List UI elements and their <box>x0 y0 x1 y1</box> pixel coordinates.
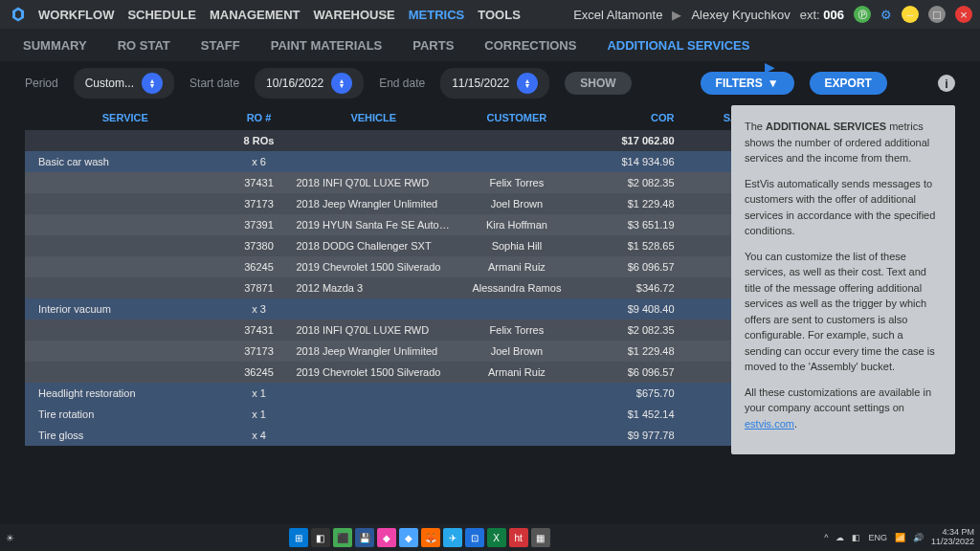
close-icon[interactable]: × <box>955 6 972 23</box>
clock[interactable]: 4:34 PM 11/23/2022 <box>931 528 974 547</box>
col-vehicle[interactable]: VEHICLE <box>292 112 455 123</box>
spinner-icon[interactable]: ▴▾ <box>331 73 352 94</box>
task-icon[interactable]: 🦊 <box>421 528 440 547</box>
taskbar-apps: ⊞ ◧ ⬛ 💾 ◆ ◆ 🦊 ✈ ⊡ X ht ▦ <box>289 528 550 547</box>
start-date-label: Start date <box>189 77 239 90</box>
start-icon[interactable]: ⊞ <box>289 528 308 547</box>
content: ▶ SERVICE RO # VEHICLE CUSTOMER COR SALE… <box>0 105 980 446</box>
ext-label: ext: 006 <box>800 8 844 22</box>
subtab-additional-services[interactable]: ADDITIONAL SERVICES <box>603 31 753 60</box>
task-icon[interactable]: ◧ <box>311 528 330 547</box>
export-button[interactable]: EXPORT <box>810 72 887 95</box>
subtab-corrections[interactable]: CORRECTIONS <box>480 31 580 60</box>
task-icon[interactable]: ▦ <box>531 528 550 547</box>
user-label[interactable]: Alexey Kryuchkov <box>691 8 790 22</box>
location-label[interactable]: Excel Altamonte <box>573 8 662 22</box>
col-ro[interactable]: RO # <box>226 112 293 123</box>
show-button[interactable]: SHOW <box>565 72 631 95</box>
period-select[interactable]: Custom... ▴▾ <box>74 68 174 99</box>
tray-chevron-icon[interactable]: ^ <box>824 533 828 542</box>
nav-tools[interactable]: TOOLS <box>478 8 521 22</box>
spinner-icon[interactable]: ▴▾ <box>142 73 163 94</box>
filters-button[interactable]: FILTERS ▼ <box>701 72 794 95</box>
nav-metrics[interactable]: METRICS <box>409 8 465 22</box>
col-service[interactable]: SERVICE <box>25 112 226 123</box>
task-icon[interactable]: X <box>487 528 506 547</box>
task-icon[interactable]: ✈ <box>443 528 462 547</box>
end-date-label: End date <box>379 77 425 90</box>
tray-item[interactable]: ◧ <box>852 533 860 542</box>
col-cor[interactable]: COR <box>579 112 684 123</box>
taskbar: ☀ ⊞ ◧ ⬛ 💾 ◆ ◆ 🦊 ✈ ⊡ X ht ▦ ^ ☁ ◧ ENG 📶 🔊… <box>0 524 980 551</box>
task-icon[interactable]: ◆ <box>399 528 418 547</box>
period-label: Period <box>25 77 58 90</box>
nav-schedule[interactable]: SCHEDULE <box>127 8 196 22</box>
tray-lang[interactable]: ENG <box>868 533 887 542</box>
nav-workflow[interactable]: WORKFLOW <box>38 8 114 22</box>
help-tooltip: The ADDITIONAL SERVICES metrics shows th… <box>731 105 955 454</box>
app-logo <box>8 4 29 25</box>
status-icon[interactable]: ℗ <box>854 6 871 23</box>
task-icon[interactable]: ◆ <box>377 528 396 547</box>
estvis-link[interactable]: estvis.com <box>745 418 794 430</box>
task-icon[interactable]: ⬛ <box>333 528 352 547</box>
subtab-summary[interactable]: SUMMARY <box>19 31 91 60</box>
spinner-icon[interactable]: ▴▾ <box>517 73 538 94</box>
subtab-staff[interactable]: STAFF <box>197 31 244 60</box>
nav-management[interactable]: MANAGEMENT <box>210 8 301 22</box>
maximize-icon[interactable]: □ <box>928 6 946 23</box>
task-icon[interactable]: ⊡ <box>465 528 484 547</box>
volume-icon[interactable]: 🔊 <box>913 533 924 542</box>
start-date-input[interactable]: 10/16/2022 ▴▾ <box>255 68 364 99</box>
topbar: WORKFLOWSCHEDULEMANAGEMENTWAREHOUSEMETRI… <box>0 0 980 29</box>
info-icon[interactable]: i <box>938 75 955 92</box>
weather-icon[interactable]: ☀ <box>6 533 14 543</box>
col-customer[interactable]: CUSTOMER <box>455 112 579 123</box>
gear-icon[interactable]: ⚙ <box>880 8 892 22</box>
nav-warehouse[interactable]: WAREHOUSE <box>314 8 395 22</box>
minimize-icon[interactable]: – <box>902 6 919 23</box>
tray-cloud-icon[interactable]: ☁ <box>835 533 844 542</box>
subtabs: SUMMARYRO STATSTAFFPAINT MATERIALSPARTSC… <box>0 29 980 61</box>
subtab-paint-materials[interactable]: PAINT MATERIALS <box>267 31 387 60</box>
wifi-icon[interactable]: 📶 <box>895 533 905 542</box>
system-tray[interactable]: ^ ☁ ◧ ENG 📶 🔊 4:34 PM 11/23/2022 <box>824 528 974 547</box>
end-date-input[interactable]: 11/15/2022 ▴▾ <box>440 68 549 99</box>
subtab-parts[interactable]: PARTS <box>409 31 457 60</box>
main-nav: WORKFLOWSCHEDULEMANAGEMENTWAREHOUSEMETRI… <box>38 8 521 22</box>
task-icon[interactable]: ht <box>509 528 528 547</box>
subtab-ro-stat[interactable]: RO STAT <box>114 31 174 60</box>
filter-bar: Period Custom... ▴▾ Start date 10/16/202… <box>0 61 980 105</box>
task-icon[interactable]: 💾 <box>355 528 374 547</box>
help-play-icon[interactable]: ▶ <box>765 59 775 75</box>
play-icon[interactable]: ▶ <box>672 8 681 22</box>
